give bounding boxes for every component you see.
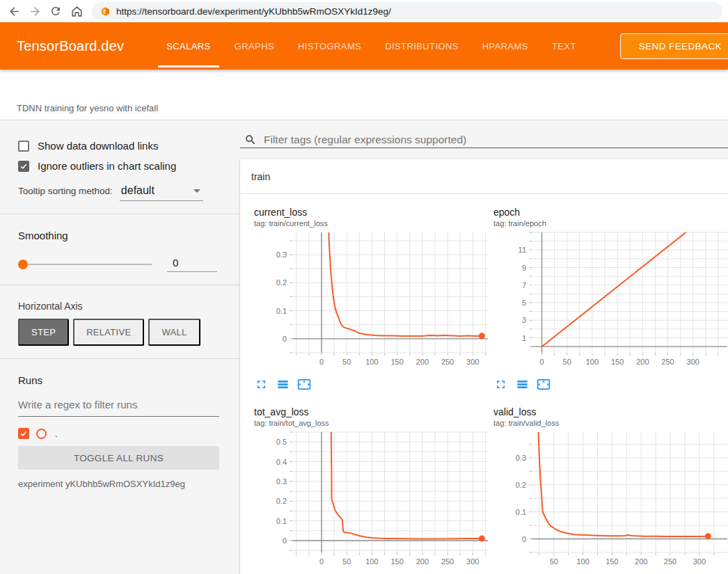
svg-text:100: 100 — [576, 557, 589, 566]
smoothing-value[interactable]: 0 — [167, 257, 217, 272]
svg-text:200: 200 — [416, 557, 429, 566]
expand-chart-button[interactable] — [254, 377, 268, 391]
svg-text:150: 150 — [390, 358, 403, 366]
chart-title: epoch — [493, 207, 728, 218]
app-logo: TensorBoard.dev — [17, 38, 124, 54]
browser-reload-button[interactable] — [47, 3, 64, 19]
address-bar[interactable]: https://tensorboard.dev/experiment/yKUbh… — [92, 2, 722, 20]
scalar-chart-card: valid_loss tag: train/valid_loss 5010015… — [493, 406, 728, 574]
run-name: . — [54, 429, 58, 439]
chart-tag: tag: train/tot_avg_loss — [254, 418, 493, 428]
svg-text:0: 0 — [319, 358, 324, 366]
arrow-left-icon — [8, 5, 21, 18]
run-row: . — [18, 428, 222, 439]
tab-hparams[interactable]: HPARAMS — [473, 22, 538, 70]
data-table-button[interactable] — [276, 377, 290, 391]
tensorboard-favicon — [100, 6, 111, 17]
home-icon — [70, 5, 84, 18]
tab-graphs[interactable]: GRAPHS — [225, 22, 284, 70]
svg-text:0.3: 0.3 — [516, 454, 526, 462]
smoothing-slider[interactable] — [18, 260, 152, 269]
tooltip-sorting-dropdown[interactable]: default — [120, 184, 203, 201]
tag-filter-input[interactable] — [264, 134, 728, 146]
checkmark-icon — [19, 162, 28, 170]
svg-text:200: 200 — [636, 358, 649, 366]
send-feedback-button[interactable]: SEND FEEDBACK — [620, 33, 728, 59]
svg-text:100: 100 — [586, 358, 599, 366]
svg-text:9: 9 — [522, 264, 526, 272]
data-table-icon — [276, 378, 290, 391]
tensorboard-page: https://tensorboard.dev/experiment/yKUbh… — [0, 0, 728, 574]
scalar-chart-card: epoch tag: train/epoch 05010015020025030… — [493, 207, 728, 391]
svg-text:5: 5 — [522, 298, 526, 307]
svg-text:50: 50 — [342, 557, 351, 566]
runs-label: Runs — [18, 374, 222, 386]
line-chart[interactable]: 5010015020025030000.10.20.3 — [493, 429, 728, 568]
charts-grid: current_loss tag: train/current_loss 050… — [240, 194, 728, 574]
experiment-title: TDNN training for yesno with icefall — [17, 103, 158, 113]
tooltip-sorting-value: default — [121, 184, 155, 196]
browser-back-button[interactable] — [6, 3, 22, 19]
svg-text:0.2: 0.2 — [276, 278, 287, 287]
line-chart[interactable]: 0501001502002503001357911 — [493, 230, 728, 369]
nav-tabs: SCALARSGRAPHSHISTOGRAMSDISTRIBUTIONSHPAR… — [155, 22, 588, 70]
axis-step-button[interactable]: STEP — [18, 319, 69, 346]
axis-wall-button[interactable]: WALL — [148, 319, 200, 346]
run-checkbox[interactable] — [18, 428, 29, 439]
svg-text:0.3: 0.3 — [276, 477, 287, 486]
browser-forward-button[interactable] — [26, 3, 43, 19]
svg-text:0.1: 0.1 — [276, 307, 287, 315]
toggle-all-runs-button[interactable]: TOGGLE ALL RUNS — [18, 446, 219, 470]
svg-text:150: 150 — [390, 557, 403, 566]
scalar-chart-card: current_loss tag: train/current_loss 050… — [254, 207, 493, 391]
chart-title: valid_loss — [493, 406, 728, 418]
expand-chart-button[interactable] — [493, 377, 507, 391]
axis-relative-button[interactable]: RELATIVE — [73, 319, 144, 346]
data-table-button[interactable] — [515, 377, 529, 391]
smoothing-label: Smoothing — [18, 230, 222, 241]
browser-home-button[interactable] — [68, 3, 85, 19]
svg-text:0.4: 0.4 — [276, 458, 287, 466]
runs-filter-input[interactable] — [18, 394, 219, 417]
svg-text:250: 250 — [441, 557, 454, 566]
checkmark-icon — [19, 429, 28, 438]
svg-text:50: 50 — [342, 358, 351, 366]
line-chart[interactable]: 05010015020025030000.10.20.30.40.5 — [254, 429, 493, 568]
browser-toolbar: https://tensorboard.dev/experiment/yKUbh… — [0, 0, 728, 22]
slider-thumb[interactable] — [18, 260, 28, 269]
fit-domain-button[interactable] — [297, 377, 311, 391]
refresh-icon — [49, 5, 62, 17]
svg-text:150: 150 — [606, 557, 618, 566]
svg-text:0: 0 — [319, 557, 324, 566]
svg-text:300: 300 — [466, 557, 479, 566]
tag-group-header[interactable]: train — [240, 159, 728, 194]
tab-scalars[interactable]: SCALARS — [157, 22, 221, 70]
tab-distributions[interactable]: DISTRIBUTIONS — [375, 22, 468, 70]
fit-domain-button[interactable] — [537, 377, 551, 391]
fullscreen-icon — [255, 378, 268, 391]
url-text: https://tensorboard.dev/experiment/yKUbh… — [116, 6, 391, 17]
tab-histograms[interactable]: HISTOGRAMS — [288, 22, 371, 70]
show-download-links-checkbox[interactable] — [18, 141, 29, 152]
svg-text:0: 0 — [522, 535, 526, 543]
svg-text:0.2: 0.2 — [276, 497, 287, 505]
svg-text:150: 150 — [611, 358, 624, 366]
tooltip-sorting-label: Tooltip sorting method: — [18, 186, 113, 196]
ignore-outliers-checkbox[interactable] — [18, 161, 29, 172]
chart-title: current_loss — [254, 207, 493, 218]
svg-text:11: 11 — [519, 246, 526, 254]
svg-text:0.2: 0.2 — [516, 481, 526, 489]
svg-text:300: 300 — [466, 358, 479, 366]
data-table-icon — [516, 378, 529, 391]
svg-text:0: 0 — [283, 335, 287, 343]
svg-text:50: 50 — [550, 557, 558, 566]
line-chart[interactable]: 05010015020025030000.10.20.3 — [254, 230, 493, 369]
tag-group-card: train current_loss tag: train/current_lo… — [240, 159, 728, 574]
svg-text:0.1: 0.1 — [276, 517, 287, 525]
tab-text[interactable]: TEXT — [542, 22, 586, 70]
svg-text:7: 7 — [522, 281, 526, 289]
experiment-title-bar: TDNN training for yesno with icefall — [0, 70, 728, 120]
settings-sidebar: Show data download links Ignore outliers… — [0, 120, 240, 574]
svg-text:100: 100 — [365, 358, 378, 366]
run-isolate-circle[interactable] — [36, 429, 47, 439]
